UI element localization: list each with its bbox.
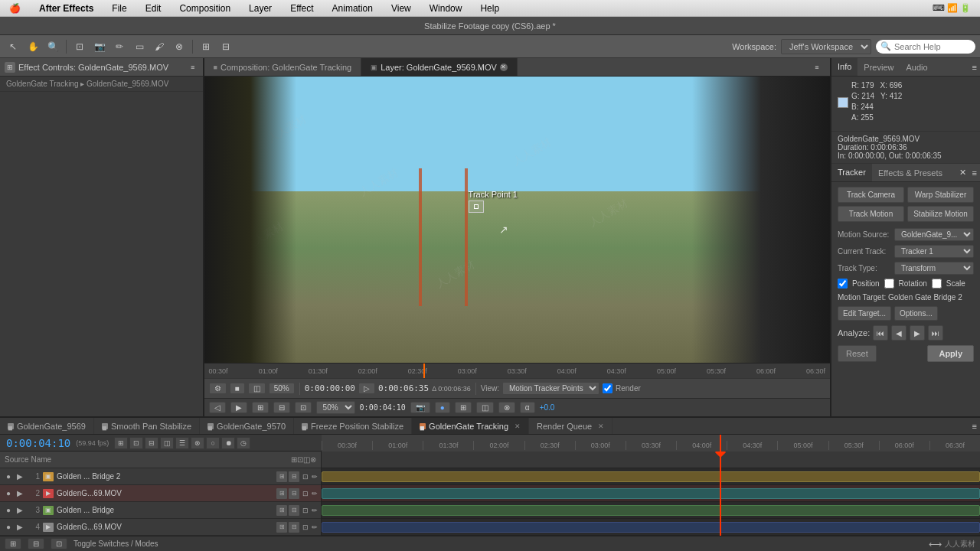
footer-btn-3[interactable]: ⊡ [51, 538, 67, 549]
layer-row-2[interactable]: ● ▶ 2 ▶ GoldenG...69.MOV ⊞ ⊟ ⊡ ✏ [0, 485, 321, 502]
info-btn-4[interactable]: ⊟ [273, 402, 290, 413]
layer-1-vis[interactable]: ● [3, 471, 14, 482]
tl-timecode[interactable]: 0:00:04:10 [6, 437, 70, 449]
track-bar-4[interactable] [322, 522, 980, 533]
menu-composition[interactable]: Composition [176, 3, 234, 14]
scale-checkbox[interactable] [932, 279, 942, 289]
track-camera-btn[interactable]: Track Camera [838, 187, 904, 203]
track-point-box[interactable] [469, 201, 484, 213]
track-bar-1[interactable] [322, 471, 980, 482]
tl-ctrl-1[interactable]: ⊞ [114, 437, 128, 449]
tl-tab-goldengate9569[interactable]: ■ GoldenGate_9569 [0, 418, 94, 434]
toolbar-pen-tool[interactable]: ✏ [111, 38, 128, 55]
effects-presets-tab[interactable]: Effects & Presets [872, 165, 949, 181]
tl-ctrl-2[interactable]: ⊡ [129, 437, 143, 449]
tl-ctrl-3[interactable]: ⊟ [145, 437, 158, 449]
tl-menu-btn[interactable]: ≡ [969, 422, 980, 431]
layer-2-sw2[interactable]: ⊟ [289, 488, 299, 499]
search-input[interactable] [894, 42, 971, 51]
workspace-select[interactable]: Jeff's Workspace [781, 39, 871, 54]
menu-view[interactable]: View [388, 3, 414, 14]
info-zoom-select[interactable]: 50% [316, 401, 355, 414]
layer-1-sw2[interactable]: ⊟ [289, 471, 299, 482]
menu-window[interactable]: Window [426, 3, 466, 14]
viewer-mask-btn[interactable]: ◫ [248, 383, 266, 394]
layer-4-sw2[interactable]: ⊟ [289, 522, 299, 533]
rotation-checkbox[interactable] [884, 279, 894, 289]
tracker-tab[interactable]: Tracker [831, 164, 872, 181]
toolbar-grid-btn[interactable]: ⊟ [217, 38, 234, 55]
render-checkbox[interactable] [603, 383, 612, 393]
tl-ctrl-7[interactable]: ○ [206, 437, 220, 449]
track-type-select[interactable]: Transform [894, 262, 974, 275]
analyze-play[interactable]: ▶ [910, 325, 925, 341]
layer-4-mode[interactable]: ⊡ [302, 523, 309, 531]
tl-ctrl-9[interactable]: ◷ [237, 437, 250, 449]
panel-options-btn[interactable]: ≡ [969, 63, 980, 72]
layer-3-sw2[interactable]: ⊟ [289, 505, 299, 516]
layer-3-pen[interactable]: ✏ [312, 507, 318, 514]
layer-row-3[interactable]: ● ▶ 3 ▣ Golden ... Bridge ⊞ ⊟ ⊡ ✏ [0, 502, 321, 519]
tracker-menu-btn[interactable]: ≡ [969, 168, 980, 178]
toolbar-camera-tool[interactable]: 📷 [91, 38, 108, 55]
viewer-menu-btn[interactable]: ≡ [808, 59, 825, 76]
options-btn[interactable]: Options... [894, 306, 938, 321]
layer-3-sw1[interactable]: ⊞ [276, 505, 287, 516]
reset-btn[interactable]: Reset [838, 345, 877, 362]
track-motion-btn[interactable]: Track Motion [838, 206, 904, 222]
position-checkbox[interactable] [838, 279, 848, 289]
toolbar-brush-tool[interactable]: 🖌 [151, 38, 168, 55]
menu-effect[interactable]: Effect [287, 3, 316, 14]
warp-stabilizer-btn[interactable]: Warp Stabilizer [907, 187, 974, 203]
timecode-btn[interactable]: ▷ [358, 383, 375, 394]
menu-layer[interactable]: Layer [246, 3, 275, 14]
info-alpha-btn[interactable]: α [520, 402, 535, 413]
viewer-comp-btn[interactable]: ■ [230, 383, 245, 394]
layer-2-vis[interactable]: ● [3, 488, 14, 499]
layer-2-expand[interactable]: ▶ [17, 489, 23, 497]
tl-tab-close-5[interactable]: ✕ [514, 422, 521, 430]
layer-2-sw1[interactable]: ⊞ [276, 488, 287, 499]
layer-1-expand[interactable]: ▶ [17, 472, 23, 481]
stabilize-motion-btn[interactable]: Stabilize Motion [907, 206, 974, 222]
current-track-select[interactable]: Tracker 1 [894, 245, 974, 258]
layer-3-mode[interactable]: ⊡ [302, 507, 309, 514]
info-btn-2[interactable]: ▶ [230, 402, 247, 413]
layer-tab[interactable]: ▣ Layer: GoldenGate_9569.MOV ✕ [361, 58, 518, 76]
layer-2-mode[interactable]: ⊡ [302, 490, 309, 497]
apple-menu[interactable]: 🍎 [6, 3, 24, 14]
layer-row-1[interactable]: ● ▶ 1 ▣ Golden ... Bridge 2 ⊞ ⊟ ⊡ ✏ [0, 468, 321, 485]
view-mode-select[interactable]: Motion Tracker Points [502, 382, 599, 395]
layer-row-4[interactable]: ● ▶ 4 ▶ GoldenG...69.MOV ⊞ ⊟ ⊡ ✏ [0, 519, 321, 536]
panel-menu-btn[interactable]: ≡ [188, 62, 198, 73]
analyze-prev-prev[interactable]: ⏮ [873, 325, 888, 341]
info-motion-btn[interactable]: ⊗ [498, 402, 515, 413]
layer-1-pen[interactable]: ✏ [312, 473, 318, 481]
tl-tab-renderqueue[interactable]: Render Queue ✕ [529, 418, 612, 434]
toolbar-rotation-tool[interactable]: ⊡ [71, 38, 88, 55]
tl-tab-close-6[interactable]: ✕ [598, 422, 604, 430]
toolbar-align-btn[interactable]: ⊞ [198, 38, 214, 55]
footer-btn-2[interactable]: ⊟ [28, 538, 44, 549]
layer-4-vis[interactable]: ● [3, 522, 14, 533]
tab-audio[interactable]: Audio [900, 58, 933, 76]
toolbar-zoom-tool[interactable]: 🔍 [44, 38, 61, 55]
tl-ctrl-6[interactable]: ⊗ [191, 437, 204, 449]
menu-after-effects[interactable]: After Effects [36, 3, 96, 14]
tracker-close-btn[interactable]: ✕ [956, 168, 969, 178]
track-bar-2[interactable] [322, 488, 980, 499]
layer-3-expand[interactable]: ▶ [17, 506, 23, 514]
tl-tab-goldengate9570[interactable]: ■ GoldenGate_9570 [200, 418, 294, 434]
layer-1-sw1[interactable]: ⊞ [276, 471, 287, 482]
tab-preview[interactable]: Preview [858, 58, 900, 76]
menu-file[interactable]: File [109, 3, 129, 14]
tl-ctrl-5[interactable]: ☰ [175, 437, 189, 449]
info-camera-btn[interactable]: 📷 [410, 402, 430, 413]
analyze-next[interactable]: ⏭ [928, 325, 943, 341]
menu-help[interactable]: Help [477, 3, 502, 14]
menu-animation[interactable]: Animation [329, 3, 376, 14]
viewer-zoom-value[interactable]: 50% [269, 383, 295, 394]
apply-btn[interactable]: Apply [927, 345, 974, 362]
layer-4-expand[interactable]: ▶ [17, 523, 23, 531]
tl-ctrl-8[interactable]: ⏺ [221, 437, 235, 449]
